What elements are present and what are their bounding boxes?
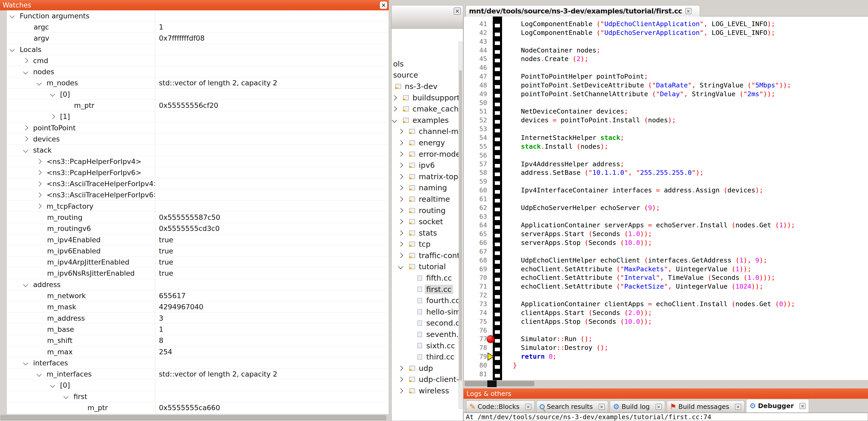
watch-row[interactable]: m_ptr0x55555556cf20	[7, 100, 388, 111]
tree-item-second-cc[interactable]: second.cc	[392, 318, 460, 329]
code-lines[interactable]: LogComponentEnable ("UdpEchoClientApplic…	[513, 20, 795, 379]
code-line[interactable]: Ipv4AddressHelper address;	[513, 160, 795, 169]
chevron-right-icon[interactable]	[392, 106, 397, 111]
code-line[interactable]: }	[513, 361, 795, 370]
code-line[interactable]	[513, 212, 795, 221]
chevron-right-icon[interactable]	[50, 114, 55, 119]
close-icon[interactable]: ×	[454, 7, 461, 15]
code-line[interactable]: LogComponentEnable ("UdpEchoServerApplic…	[513, 28, 795, 37]
close-icon[interactable]: ×	[380, 2, 387, 9]
tree-item-ols[interactable]: ols	[392, 58, 460, 70]
scrollbar-thumb[interactable]	[459, 70, 462, 381]
code-line[interactable]: Simulator::Run ();	[513, 335, 795, 344]
code-line[interactable]	[513, 99, 795, 107]
tree-item-third-cc[interactable]: third.cc	[392, 351, 460, 362]
editor-tab-first-cc[interactable]: mnt/dev/tools/source/ns-3-dev/examples/t…	[466, 5, 700, 17]
code-line[interactable]: ApplicationContainer serverApps = echoSe…	[513, 221, 795, 230]
watch-row[interactable]: Locals	[7, 44, 388, 55]
chevron-right-icon[interactable]	[398, 253, 403, 258]
tree-item-source[interactable]: source	[392, 70, 460, 81]
watches-horizontal-scrollbar[interactable]	[0, 414, 389, 421]
tree-item-tutorial[interactable]: tutorial	[392, 261, 460, 272]
watch-row[interactable]: nodes	[7, 66, 388, 77]
logs-tab-search-results[interactable]: Search results×	[536, 400, 608, 413]
chevron-right-icon[interactable]	[398, 152, 403, 157]
chevron-down-icon[interactable]	[392, 118, 397, 123]
code-line[interactable]: serverApps.Stop (Seconds (10.0));	[513, 238, 795, 247]
watch-row[interactable]: [1]	[7, 111, 388, 122]
chevron-right-icon[interactable]	[398, 366, 403, 371]
chevron-down-icon[interactable]	[23, 360, 28, 365]
chevron-right-icon[interactable]	[23, 136, 28, 142]
chevron-down-icon[interactable]	[9, 13, 15, 19]
watch-row[interactable]: m_ipv4Enabledtrue	[7, 234, 388, 246]
watch-row[interactable]: m_ipv4ArpJitterEnabledtrue	[7, 257, 388, 268]
code-line[interactable]	[513, 195, 795, 203]
code-editor[interactable]: 4142434445464748495051525354555657585960…	[464, 17, 868, 380]
code-line[interactable]: Simulator::Destroy ();	[513, 344, 795, 352]
watch-row[interactable]: m_mask4294967040	[7, 301, 388, 313]
close-icon[interactable]: ×	[525, 404, 531, 410]
tree-item-hello-simulator-cc[interactable]: hello-simulator.cc	[392, 306, 460, 318]
watch-row[interactable]: m_ipv6Enabledtrue	[7, 246, 388, 257]
tree-item-realtime[interactable]: realtime	[392, 193, 460, 205]
code-line[interactable]	[513, 177, 795, 186]
watches-titlebar[interactable]: Watches ×	[0, 0, 389, 10]
code-line[interactable]: NodeContainer nodes;	[513, 46, 795, 55]
code-line[interactable]	[513, 151, 795, 160]
watch-row[interactable]: m_routing0x555555587c50	[7, 212, 388, 223]
code-line[interactable]: devices = pointToPoint.Install (nodes);	[513, 116, 795, 125]
chevron-down-icon[interactable]	[398, 264, 403, 269]
chevron-right-icon[interactable]	[36, 170, 42, 175]
code-line[interactable]: pointToPoint.SetChannelAttribute ("Delay…	[513, 90, 795, 99]
tree-item-energy[interactable]: energy	[392, 137, 460, 149]
code-line[interactable]: echoClient.SetAttribute ("PacketSize", U…	[513, 282, 795, 291]
tree-vertical-scrollbar[interactable]	[459, 42, 462, 409]
watch-row[interactable]: interfaces	[7, 357, 388, 368]
code-line[interactable]	[513, 326, 795, 335]
code-line[interactable]: echoClient.SetAttribute ("Interval", Tim…	[513, 273, 795, 282]
watch-row[interactable]: m_routingv60x5555555cd3c0	[7, 223, 388, 234]
tree-item-udp[interactable]: udp	[392, 362, 460, 374]
chevron-down-icon[interactable]	[50, 383, 55, 388]
tree-item-ipv6[interactable]: ipv6	[392, 160, 460, 171]
code-line[interactable]: Ipv4InterfaceContainer interfaces = addr…	[513, 186, 795, 195]
watch-row[interactable]: <ns3::PcapHelperForIpv6>	[7, 167, 388, 178]
chevron-down-icon[interactable]	[23, 282, 28, 287]
tree-item-fourth-cc[interactable]: fourth.cc	[392, 295, 460, 306]
watch-row[interactable]: stack	[7, 145, 388, 156]
chevron-right-icon[interactable]	[23, 125, 28, 130]
tree-item-stats[interactable]: stats	[392, 227, 460, 239]
chevron-right-icon[interactable]	[398, 197, 403, 202]
code-line[interactable]: pointToPoint.SetDeviceAttribute ("DataRa…	[513, 81, 795, 90]
chevron-down-icon[interactable]	[63, 394, 69, 399]
chevron-right-icon[interactable]	[398, 241, 403, 247]
watch-row[interactable]: m_ptr0x5555555ca660	[7, 402, 388, 413]
tree-item-traffic-control[interactable]: traffic-control	[392, 250, 460, 261]
watch-row[interactable]: m_base1	[7, 324, 388, 335]
code-line[interactable]: UdpEchoServerHelper echoServer (9);	[513, 203, 795, 212]
watch-row[interactable]: <ns3::AsciiTraceHelperForIpv4>	[7, 178, 388, 189]
logs-titlebar[interactable]: Logs & others	[464, 388, 868, 399]
tree-item-seventh-cc[interactable]: seventh.cc	[392, 329, 460, 340]
code-line[interactable]: InternetStackHelper stack;	[513, 133, 795, 142]
code-line[interactable]: ApplicationContainer clientApps = echoCl…	[513, 300, 795, 309]
code-line[interactable]	[513, 247, 795, 256]
scrollbar-thumb[interactable]	[1, 415, 386, 420]
watch-row[interactable]: first	[7, 391, 388, 402]
tree-item-cmake-cache[interactable]: cmake_cache	[392, 103, 460, 115]
tree-item-wireless[interactable]: wireless	[392, 385, 460, 396]
logs-tab-debugger[interactable]: ⚙Debugger×	[746, 399, 809, 413]
watch-row[interactable]: address	[7, 279, 388, 290]
close-icon[interactable]: ×	[655, 404, 662, 410]
tree-item-error-model[interactable]: error-model	[392, 149, 460, 160]
close-icon[interactable]: ×	[685, 8, 691, 14]
watch-row[interactable]: <ns3::AsciiTraceHelperForIpv6>	[7, 190, 388, 201]
code-line[interactable]	[513, 291, 795, 300]
chevron-right-icon[interactable]	[398, 163, 403, 168]
chevron-right-icon[interactable]	[23, 58, 28, 63]
code-line[interactable]: nodes.Create (2);	[513, 55, 795, 63]
watch-row[interactable]: pointToPoint	[7, 122, 388, 133]
code-line[interactable]: UdpEchoClientHelper echoClient (interfac…	[513, 256, 795, 265]
chevron-right-icon[interactable]	[398, 388, 403, 393]
